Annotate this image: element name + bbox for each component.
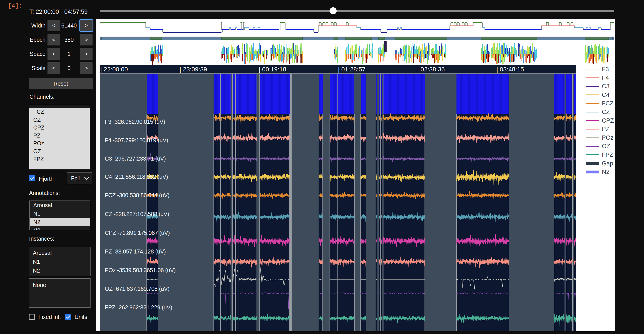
svg-text:Gap: Gap	[602, 160, 613, 167]
svg-text:CZ: CZ	[602, 109, 610, 115]
svg-text:CPZ: CPZ	[602, 117, 614, 124]
svg-text:CZ -228.227:107.588 (uV): CZ -228.227:107.588 (uV)	[105, 211, 169, 217]
svg-text:C4 -211.556:118.952 (uV): C4 -211.556:118.952 (uV)	[105, 173, 168, 180]
svg-text:C3 -296.727:233.71 (uV): C3 -296.727:233.71 (uV)	[105, 155, 166, 162]
svg-text:FCZ -300.538:86.044 (uV): FCZ -300.538:86.044 (uV)	[105, 192, 170, 199]
svg-text:| 22:00:00: | 22:00:00	[100, 66, 128, 73]
svg-text:FPZ -262.962:321.229 (uV): FPZ -262.962:321.229 (uV)	[105, 304, 172, 311]
svg-text:F4: F4	[602, 74, 609, 81]
svg-text:FPZ: FPZ	[602, 151, 613, 158]
svg-text:CPZ -71.891:175.067 (uV): CPZ -71.891:175.067 (uV)	[105, 230, 170, 236]
svg-text:| 23:09:39: | 23:09:39	[180, 66, 207, 73]
svg-text:| 01:28:57: | 01:28:57	[338, 66, 366, 73]
svg-text:PZ -83.057:174.128 (uV): PZ -83.057:174.128 (uV)	[105, 248, 166, 255]
svg-text:POz: POz	[602, 134, 614, 141]
svg-text:OZ: OZ	[602, 143, 610, 149]
svg-text:PZ: PZ	[602, 126, 610, 132]
svg-text:| 03:48:15: | 03:48:15	[496, 66, 524, 73]
svg-text:OZ -671.637:169.708 (uV): OZ -671.637:169.708 (uV)	[105, 286, 170, 292]
svg-text:POz -3539.503:3651.06 (uV): POz -3539.503:3651.06 (uV)	[105, 267, 176, 274]
svg-text:FCZ: FCZ	[602, 100, 614, 107]
svg-text:| 02:38:36: | 02:38:36	[417, 66, 445, 73]
svg-text:C3: C3	[602, 83, 610, 90]
svg-text:N2: N2	[602, 169, 610, 175]
svg-text:F3 -326.962:90.015 (uV): F3 -326.962:90.015 (uV)	[105, 118, 165, 125]
svg-text:F3: F3	[602, 66, 609, 72]
svg-text:C4: C4	[602, 92, 610, 98]
svg-text:F4 -307.799:120.819 (uV): F4 -307.799:120.819 (uV)	[105, 137, 168, 143]
svg-text:| 00:19:18: | 00:19:18	[259, 66, 286, 73]
